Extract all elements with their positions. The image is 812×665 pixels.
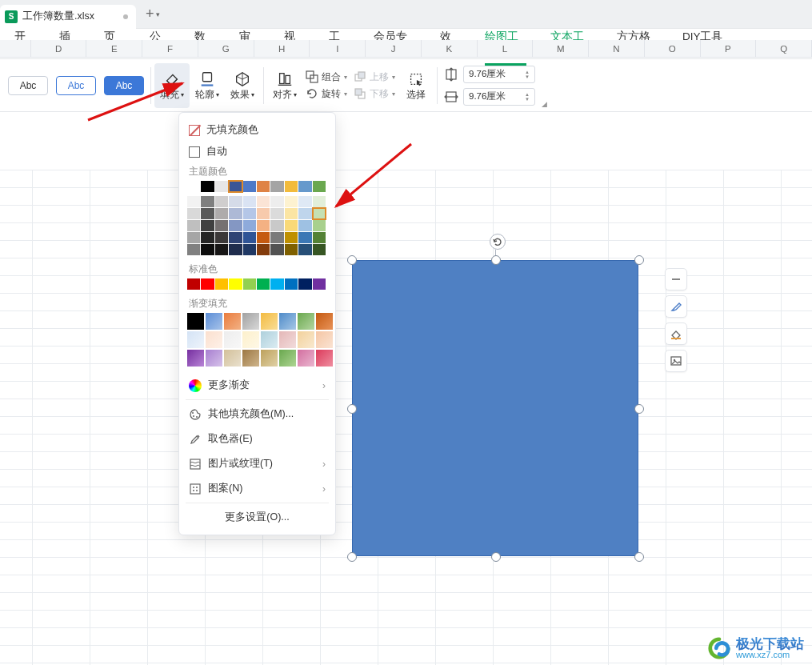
width-input[interactable]: 9.76厘米▲▼ (463, 88, 535, 106)
theme-shade-swatch[interactable] (285, 244, 298, 255)
theme-shade-swatch[interactable] (215, 208, 228, 219)
standard-color-swatch[interactable] (285, 278, 298, 290)
theme-color-swatch[interactable] (313, 181, 326, 192)
gradient-swatch[interactable] (187, 350, 204, 367)
auto-fill-option[interactable]: 自动 (187, 141, 327, 162)
gradient-swatch[interactable] (298, 313, 314, 330)
gradient-swatch[interactable] (242, 331, 259, 348)
theme-color-swatch[interactable] (229, 181, 242, 192)
standard-color-swatch[interactable] (201, 278, 214, 290)
column-header[interactable]: O (645, 40, 701, 58)
gradient-swatch[interactable] (206, 313, 222, 330)
column-header[interactable]: E (86, 40, 142, 58)
theme-shade-swatch[interactable] (270, 232, 283, 243)
column-header[interactable]: G (198, 40, 254, 58)
theme-shade-swatch[interactable] (243, 220, 256, 231)
theme-shade-swatch[interactable] (229, 196, 242, 207)
add-tab-button[interactable]: + ▾ (146, 6, 160, 22)
theme-shade-swatch[interactable] (257, 232, 270, 243)
theme-shade-swatch[interactable] (270, 208, 283, 219)
gradient-swatch[interactable] (206, 331, 222, 348)
side-brush-button[interactable] (665, 295, 687, 318)
theme-shade-swatch[interactable] (187, 208, 200, 219)
spinner-icon[interactable]: ▲▼ (525, 70, 530, 79)
theme-shade-swatch[interactable] (201, 244, 214, 255)
column-header[interactable]: Q (756, 40, 812, 58)
gradient-swatch[interactable] (279, 350, 296, 367)
theme-shade-swatch[interactable] (257, 220, 270, 231)
column-header[interactable]: K (422, 40, 478, 58)
column-header[interactable]: L (478, 40, 534, 58)
texture-option[interactable]: 图片或纹理(T)› (187, 451, 327, 476)
column-header[interactable]: H (254, 40, 310, 58)
dialog-launcher-icon[interactable]: ◢ (542, 100, 547, 108)
theme-shade-swatch[interactable] (201, 208, 214, 219)
resize-handle-n[interactable] (491, 255, 501, 265)
resize-handle-s[interactable] (491, 552, 501, 562)
gradient-swatch[interactable] (206, 350, 222, 367)
theme-shade-swatch[interactable] (257, 196, 270, 207)
resize-handle-e[interactable] (634, 404, 644, 414)
standard-color-swatch[interactable] (257, 278, 270, 290)
theme-shade-swatch[interactable] (187, 232, 200, 243)
column-header[interactable]: I (310, 40, 366, 58)
gradient-swatch[interactable] (261, 350, 278, 367)
spinner-icon[interactable]: ▲▼ (525, 92, 530, 102)
standard-color-swatch[interactable] (270, 278, 283, 290)
height-input[interactable]: 9.76厘米▲▼ (463, 66, 535, 83)
theme-shade-swatch[interactable] (313, 220, 326, 231)
theme-shade-swatch[interactable] (215, 196, 228, 207)
theme-shade-swatch[interactable] (257, 208, 270, 219)
resize-handle-sw[interactable] (347, 552, 357, 562)
effect-button[interactable]: 效果▾ (225, 63, 260, 108)
theme-shade-swatch[interactable] (298, 244, 311, 255)
column-header[interactable]: J (366, 40, 422, 58)
theme-shade-swatch[interactable] (243, 232, 256, 243)
rectangle-shape[interactable] (352, 260, 638, 556)
theme-shade-swatch[interactable] (285, 220, 298, 231)
align-button[interactable]: 对齐▾ (267, 63, 302, 108)
column-header[interactable]: N (589, 40, 645, 58)
theme-shade-swatch[interactable] (285, 208, 298, 219)
gradient-swatch[interactable] (261, 313, 278, 330)
theme-shade-swatch[interactable] (201, 196, 214, 207)
side-collapse-button[interactable] (665, 268, 687, 290)
gradient-swatch[interactable] (224, 313, 241, 330)
gradient-swatch[interactable] (298, 331, 314, 348)
theme-shade-swatch[interactable] (270, 196, 283, 207)
theme-color-swatch[interactable] (187, 181, 200, 192)
gradient-swatch[interactable] (224, 350, 241, 367)
outline-button[interactable]: 轮廓▾ (190, 63, 225, 108)
side-fill-button[interactable] (665, 322, 687, 345)
column-header[interactable]: P (701, 40, 757, 58)
column-header[interactable]: D (31, 40, 87, 58)
column-header[interactable]: M (533, 40, 589, 58)
more-gradient-option[interactable]: 更多渐变› (187, 373, 327, 398)
theme-color-swatch[interactable] (215, 181, 228, 192)
more-settings-option[interactable]: 更多设置(O)... (187, 505, 327, 530)
theme-color-swatch[interactable] (201, 181, 214, 192)
theme-color-swatch[interactable] (298, 181, 311, 192)
gradient-swatch[interactable] (298, 350, 314, 367)
theme-color-swatch[interactable] (243, 181, 256, 192)
resize-handle-ne[interactable] (634, 255, 644, 265)
standard-color-swatch[interactable] (229, 278, 242, 290)
theme-shade-swatch[interactable] (313, 208, 326, 219)
shape-style-plain[interactable]: Abc (8, 76, 48, 95)
theme-shade-swatch[interactable] (229, 208, 242, 219)
theme-shade-swatch[interactable] (313, 244, 326, 255)
standard-color-swatch[interactable] (187, 278, 200, 290)
eyedropper-option[interactable]: 取色器(E) (187, 427, 327, 451)
theme-shade-swatch[interactable] (215, 232, 228, 243)
theme-shade-swatch[interactable] (229, 220, 242, 231)
theme-shade-swatch[interactable] (215, 244, 228, 255)
gradient-swatch[interactable] (187, 331, 204, 348)
theme-color-swatch[interactable] (270, 181, 283, 192)
theme-shade-swatch[interactable] (313, 232, 326, 243)
theme-color-swatch[interactable] (257, 181, 270, 192)
column-header[interactable]: F (142, 40, 198, 58)
standard-color-swatch[interactable] (243, 278, 256, 290)
theme-shade-swatch[interactable] (229, 244, 242, 255)
gradient-swatch[interactable] (279, 331, 296, 348)
theme-color-swatch[interactable] (285, 181, 298, 192)
